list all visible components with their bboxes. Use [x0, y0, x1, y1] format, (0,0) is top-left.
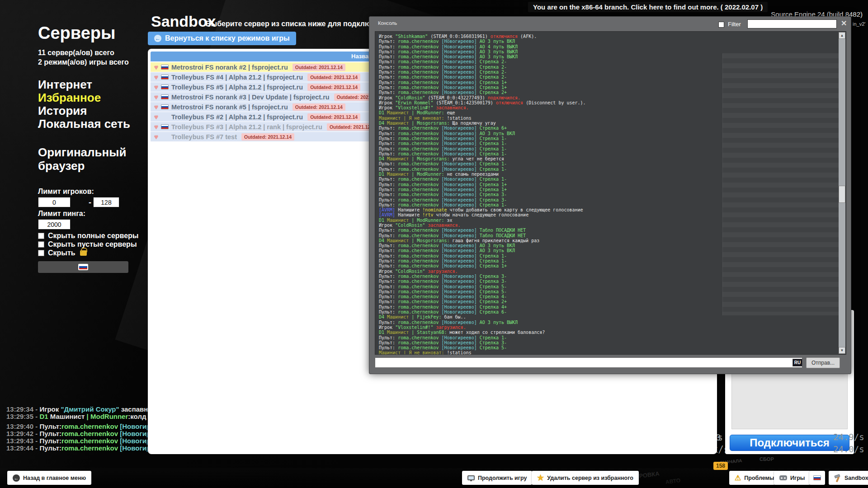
netgraph-rate-out: 24.0/s	[833, 444, 864, 454]
console-line: Игрок "Shishkaman" (STEAM_0:0:166031961)…	[379, 34, 842, 39]
console-line: Пульт: roma.chernenkov [Новогиреево] Стр…	[379, 345, 842, 350]
problems-button[interactable]: ⚠ Проблемы	[729, 471, 780, 485]
continue-game-label: Продолжить игру	[478, 475, 527, 481]
remove-favorite-button[interactable]: ★ Удалить сервер из избранного	[532, 471, 639, 485]
back-to-main-menu-label: Назад в главное меню	[23, 475, 86, 481]
connect-button[interactable]: Подключиться	[730, 435, 849, 451]
console-line: Пульт: roma.chernenkov [Новогиреево] АО …	[379, 44, 842, 49]
ping-limit-label: Лимит пинга:	[38, 210, 85, 218]
games-button[interactable]: Игры	[774, 471, 811, 485]
outdated-badge: Outdated: 2021.12.14	[292, 103, 345, 111]
back-to-gamemodes-button[interactable]: ← Вернуться к списку режимов игры	[148, 32, 296, 45]
favorite-heart-icon: ♥	[154, 73, 158, 81]
server-name: Trolleybus FS #7 test	[171, 133, 237, 141]
sidebar-item-history[interactable]: История	[38, 104, 87, 118]
outdated-badge: Outdated: 2021.12.14	[292, 64, 345, 71]
checkbox-icon[interactable]	[38, 233, 44, 239]
russian-flag-icon	[161, 104, 169, 109]
hide-empty-servers-checkbox[interactable]: Скрыть пустые серверы	[38, 240, 137, 249]
console-send-button[interactable]: Отправ...	[806, 357, 840, 368]
keyboard-language-indicator: RU	[793, 359, 802, 366]
favorite-heart-icon: ♥	[154, 123, 158, 131]
console-line: Машинист | Я не виноват: !stations	[379, 350, 842, 355]
language-flag-button[interactable]	[809, 471, 825, 485]
console-window[interactable]: Консоль Filter ✕ Игрок "Shishkaman" (STE…	[369, 16, 851, 374]
back-to-gamemodes-label: Вернуться к списку режимов игры	[165, 34, 290, 42]
branch-notice[interactable]: You are on the x86-64 branch. Click here…	[528, 2, 768, 12]
chat-timestamp: 13:29:44 -	[6, 444, 39, 452]
games-label: Игры	[790, 475, 805, 481]
region-flag-button[interactable]	[38, 261, 128, 273]
chat-line: 13:29:43 - Пульт:roma.chernenkov [Новоги…	[6, 437, 147, 445]
favorite-heart-icon: ♥	[154, 133, 158, 141]
favorite-heart-icon: ♥	[154, 63, 158, 71]
warning-icon: ⚠	[735, 474, 741, 482]
chat-line: 13:29:44 - Пульт:roma.chernenkov [Новоги…	[6, 445, 147, 452]
gamemode-subtitle: Выберите сервер из списка ниже для подкл…	[206, 20, 392, 28]
ping-limit-input[interactable]	[38, 219, 71, 230]
sidebar-item-internet[interactable]: Интернет	[38, 78, 92, 92]
server-name: Metrostroi FS norank #2 | fsproject.ru	[171, 64, 288, 71]
chat-timestamp: 13:29:40 -	[6, 422, 39, 430]
back-arrow-icon: ←	[13, 474, 20, 482]
server-name: Trolleybus FS #5 | Alpha 21.2 | fsprojec…	[171, 84, 303, 91]
sandbox-label: Sandbox	[844, 475, 868, 481]
filter-checkbox[interactable]	[718, 22, 724, 28]
console-line: Пульт: roma.chernenkov [Новогиреево] АО …	[379, 320, 842, 325]
hide-locked-servers-checkbox[interactable]: Скрыть	[38, 249, 87, 257]
continue-game-button[interactable]: Продолжить игру	[462, 471, 532, 485]
back-to-main-menu-button[interactable]: ← Назад в главное меню	[7, 471, 91, 485]
sidebar-title: Серверы	[38, 23, 115, 43]
sidebar-item-lan[interactable]: Локальная сеть	[38, 117, 130, 131]
hammer-icon	[833, 474, 841, 482]
world-text-sbor: СБОР	[760, 456, 774, 462]
console-line: D4 Машинист | FijekFey: бан бы..	[379, 314, 842, 319]
background-showthrough	[722, 53, 841, 315]
screen-icon	[467, 475, 475, 480]
remove-favorite-label: Удалить сервер из избранного	[547, 475, 633, 481]
console-scrollbar[interactable]: ▲ ▼	[839, 32, 845, 354]
sidebar-item-original-browser[interactable]: Оригинальный браузер	[38, 145, 133, 173]
console-command-input[interactable]	[375, 357, 802, 368]
russian-flag-icon	[813, 475, 821, 480]
bottom-taskbar: ← Назад в главное меню Продолжить игру ★…	[0, 468, 868, 488]
chat-line: 13:29:34 - Игрок "Дмитрий Сокур" заспавн…	[6, 406, 147, 413]
netgraph-rate-in: 24.9/s	[833, 432, 864, 442]
lock-icon	[80, 250, 87, 256]
sandbox-button[interactable]: Sandbox	[829, 471, 868, 485]
close-icon[interactable]: ✕	[841, 19, 847, 28]
checkbox-icon[interactable]	[38, 241, 44, 248]
scroll-up-icon[interactable]: ▲	[839, 32, 845, 39]
hide-locked-servers-label: Скрыть	[48, 249, 75, 257]
player-limit-dash: -	[89, 198, 91, 207]
console-line: Пульт: roma.chernenkov [Новогиреево] Стр…	[379, 340, 842, 345]
hide-empty-servers-label: Скрыть пустые серверы	[48, 240, 137, 249]
outdated-badge: Outdated: 2021.12.14	[307, 74, 360, 81]
gamemode-count: 2 режим(а/ов) игры всего	[38, 58, 129, 66]
console-log[interactable]: Игрок "Shishkaman" (STEAM_0:0:166031961)…	[375, 31, 846, 355]
hide-full-servers-checkbox[interactable]: Скрыть полные серверы	[38, 232, 139, 240]
player-limit-min-input[interactable]	[38, 197, 71, 207]
console-line: D1 Машинист | Stastyan68: может ходил со…	[379, 330, 842, 335]
chat-line: 13:29:42 - Пульт:roma.chernenkov [Новоги…	[6, 430, 147, 437]
scrollbar-thumb[interactable]	[839, 186, 845, 203]
player-limit-max-input[interactable]	[93, 197, 119, 207]
favorite-heart-icon: ♥	[154, 113, 158, 121]
outdated-badge: Outdated: 2021.12.14	[307, 84, 360, 91]
star-icon: ★	[537, 473, 544, 483]
filter-input[interactable]	[747, 19, 837, 28]
problems-count-badge: 158	[713, 462, 728, 470]
russian-flag-icon	[161, 84, 169, 89]
favorite-heart-icon: ♥	[154, 103, 158, 111]
player-limit-label: Лимит игроков:	[38, 188, 94, 196]
server-name: Trolleybus FS #3 | Alpha 21.2 | rank | f…	[171, 123, 322, 131]
chat-timestamp: 13:29:34 -	[6, 406, 39, 413]
checkbox-icon[interactable]	[38, 250, 44, 256]
chat-timestamp: 13:29:35 -	[6, 413, 39, 420]
scroll-down-icon[interactable]: ▼	[839, 347, 845, 354]
chat-timestamp: 13:29:42 -	[6, 430, 39, 437]
server-name: Trolleybus FS #4 | Alpha 21.2 | fsprojec…	[171, 74, 303, 81]
back-arrow-icon: ←	[154, 35, 161, 42]
russian-flag-icon	[161, 65, 169, 70]
sidebar-item-favorites[interactable]: Избранное	[38, 91, 101, 105]
